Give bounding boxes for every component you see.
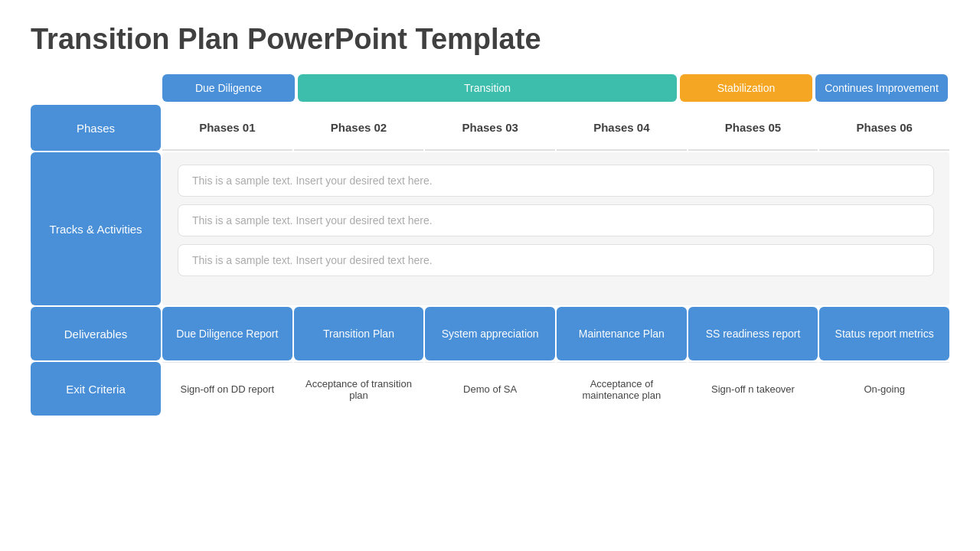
deliverable-cell-2: Transition Plan <box>294 307 424 360</box>
exit-cell-6: On-going <box>819 362 949 416</box>
exit-cell-5: Sign-off n takeover <box>688 362 818 416</box>
deliverable-cell-6: Status report metrics <box>819 307 949 360</box>
exit-cell-4: Acceptance of maintenance plan <box>557 362 687 416</box>
phases-label: Phases <box>31 105 161 151</box>
sample-text-1[interactable]: This is a sample text. Insert your desir… <box>178 165 934 197</box>
exit-cell-2: Acceptance of transition plan <box>294 362 424 416</box>
exit-cell-3: Demo of SA <box>425 362 555 416</box>
deliverable-cell-4: Maintenance Plan <box>557 307 687 360</box>
phase-cell-6: Phases 06 <box>819 105 949 151</box>
phase-cell-5: Phases 05 <box>688 105 818 151</box>
page-title: Transition Plan PowerPoint Template <box>31 23 949 56</box>
top-header-continues-improvement: Continues Improvement <box>815 74 948 102</box>
deliverable-cell-5: SS readiness report <box>688 307 818 360</box>
deliverable-cell-1: Due Diligence Report <box>162 307 292 360</box>
sample-text-2[interactable]: This is a sample text. Insert your desir… <box>178 204 934 236</box>
sample-text-3[interactable]: This is a sample text. Insert your desir… <box>178 244 934 276</box>
phase-cell-1: Phases 01 <box>162 105 292 151</box>
deliverable-cell-3: System appreciation <box>425 307 555 360</box>
deliverables-label: Deliverables <box>31 307 161 360</box>
phase-cell-3: Phases 03 <box>425 105 555 151</box>
phase-cell-4: Phases 04 <box>557 105 687 151</box>
phase-cell-2: Phases 02 <box>294 105 424 151</box>
top-header-due-diligence: Due Diligence <box>162 74 295 102</box>
main-grid: PhasesPhases 01Phases 02Phases 03Phases … <box>31 105 949 416</box>
header-row: Due DiligenceTransitionStabilizationCont… <box>161 74 949 102</box>
tracks-label: Tracks & Activities <box>31 152 161 305</box>
exit-criteria-label: Exit Criteria <box>31 362 161 416</box>
tracks-content: This is a sample text. Insert your desir… <box>162 152 949 305</box>
exit-cell-1: Sign-off on DD report <box>162 362 292 416</box>
top-header-transition: Transition <box>298 74 677 102</box>
top-header-stabilization: Stabilization <box>680 74 812 102</box>
